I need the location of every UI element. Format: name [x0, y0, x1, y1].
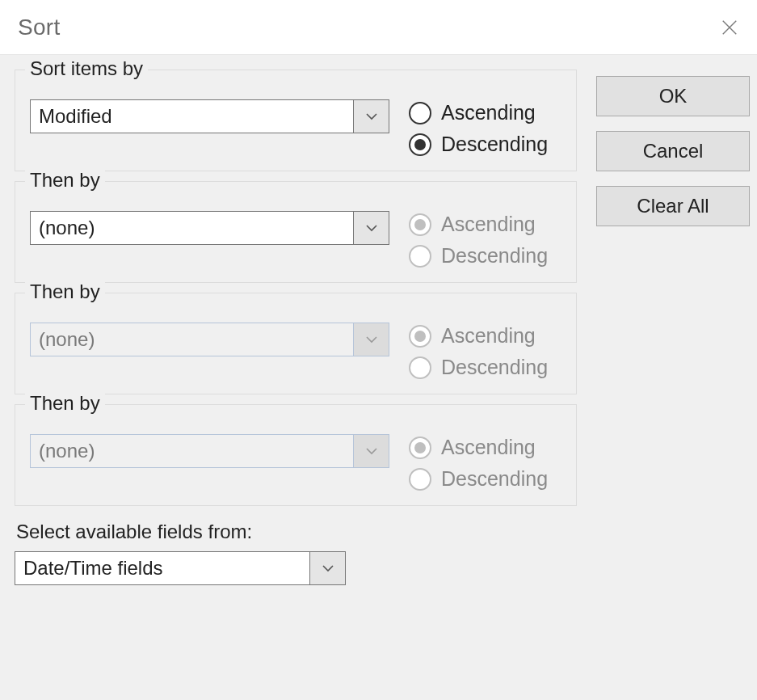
sort-field-combo-3: (none) [30, 434, 389, 468]
sort-field-value: Modified [31, 100, 353, 133]
dialog-title: Sort [18, 15, 717, 40]
fields-from-value: Date/Time fields [15, 552, 309, 584]
cancel-button[interactable]: Cancel [596, 131, 750, 171]
combo-dropdown-button [353, 323, 389, 356]
combo-dropdown-button[interactable] [353, 100, 389, 133]
chevron-down-icon [365, 335, 378, 344]
chevron-down-icon [365, 224, 378, 232]
radio-circle-icon [409, 356, 431, 379]
radio-label: Ascending [441, 213, 536, 236]
dialog-buttons-column: OK Cancel Clear All [596, 70, 750, 700]
sort-level-legend: Then by [25, 392, 105, 415]
close-button[interactable] [717, 15, 742, 40]
dialog-body: Sort items by Modified Ascendin [0, 55, 757, 700]
sort-field-combo-1[interactable]: (none) [30, 211, 389, 245]
radio-ascending: Ascending [409, 324, 548, 348]
select-fields-label: Select available fields from: [16, 521, 577, 543]
sort-field-value: (none) [31, 435, 353, 467]
combo-dropdown-button[interactable] [309, 552, 345, 584]
sort-field-value: (none) [31, 323, 353, 356]
radio-label: Ascending [441, 324, 536, 348]
radio-circle-icon [409, 213, 431, 236]
sort-field-value: (none) [31, 212, 353, 244]
radio-circle-icon [409, 325, 431, 348]
radio-label: Ascending [441, 101, 536, 124]
sort-level-legend: Sort items by [25, 57, 148, 80]
clear-all-button[interactable]: Clear All [596, 186, 750, 226]
chevron-down-icon [365, 112, 378, 120]
sort-direction-radios-0: Ascending Descending [409, 99, 548, 156]
radio-circle-icon [409, 133, 431, 156]
chevron-down-icon [365, 447, 378, 455]
radio-label: Descending [441, 133, 548, 156]
combo-dropdown-button[interactable] [353, 212, 389, 244]
radio-descending[interactable]: Descending [409, 133, 548, 156]
radio-label: Descending [441, 244, 548, 268]
sort-level-1: Then by (none) Ascending [15, 181, 577, 283]
sort-direction-radios-3: Ascending Descending [409, 434, 548, 491]
sort-direction-radios-1: Ascending Descending [409, 211, 548, 268]
radio-circle-icon [409, 436, 431, 459]
sort-field-combo-2: (none) [30, 323, 389, 356]
radio-label: Descending [441, 467, 548, 491]
radio-descending: Descending [409, 467, 548, 491]
close-icon [721, 19, 738, 36]
ok-button[interactable]: OK [596, 76, 750, 116]
fields-from-combo[interactable]: Date/Time fields [15, 551, 346, 585]
radio-label: Ascending [441, 436, 536, 459]
sort-level-legend: Then by [25, 280, 105, 303]
combo-dropdown-button [353, 435, 389, 467]
radio-circle-icon [409, 245, 431, 268]
radio-ascending[interactable]: Ascending [409, 101, 548, 124]
sort-field-combo-0[interactable]: Modified [30, 99, 389, 133]
sort-dialog: Sort Sort items by Modified [0, 0, 757, 700]
sort-level-legend: Then by [25, 169, 105, 192]
sort-level-3: Then by (none) Ascending [15, 404, 577, 506]
chevron-down-icon [322, 564, 334, 572]
radio-ascending: Ascending [409, 436, 548, 459]
sort-direction-radios-2: Ascending Descending [409, 323, 548, 379]
radio-descending: Descending [409, 356, 548, 379]
sort-levels-column: Sort items by Modified Ascendin [15, 70, 577, 700]
title-bar: Sort [0, 0, 757, 55]
radio-descending[interactable]: Descending [409, 244, 548, 268]
sort-level-0: Sort items by Modified Ascendin [15, 70, 577, 171]
sort-level-2: Then by (none) Ascending [15, 293, 577, 394]
radio-ascending[interactable]: Ascending [409, 213, 548, 236]
radio-circle-icon [409, 468, 431, 491]
radio-label: Descending [441, 356, 548, 379]
radio-circle-icon [409, 102, 431, 124]
